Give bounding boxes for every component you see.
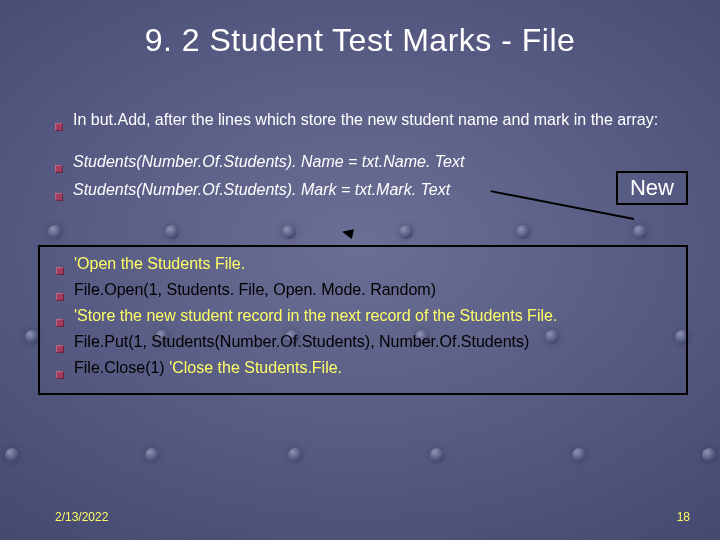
bullet-icon bbox=[55, 152, 73, 178]
slide-title: 9. 2 Student Test Marks - File bbox=[0, 0, 720, 59]
codebox-row-1: 'Open the Students File. bbox=[56, 255, 680, 279]
code-italic-2: Students(Number.Of.Students). Mark = txt… bbox=[73, 180, 690, 200]
codebox-row-3: 'Store the new student record in the nex… bbox=[56, 307, 680, 331]
codebox-row-2: File.Open(1, Students. File, Open. Mode.… bbox=[56, 281, 680, 305]
codebox-line-4: File.Put(1, Students(Number.Of.Students)… bbox=[74, 333, 680, 351]
code-box: 'Open the Students File. File.Open(1, St… bbox=[38, 245, 688, 395]
footer-page: 18 bbox=[677, 510, 690, 524]
footer-date: 2/13/2022 bbox=[55, 510, 108, 524]
code-italic-1: Students(Number.Of.Students). Name = txt… bbox=[73, 152, 690, 172]
code-italic-row-1: Students(Number.Of.Students). Name = txt… bbox=[55, 152, 690, 178]
arrow-head-icon bbox=[341, 227, 354, 239]
codebox-line-1: 'Open the Students File. bbox=[74, 255, 680, 273]
codebox-row-5: File.Close(1) 'Close the Students.File. bbox=[56, 359, 680, 383]
codebox-line-5b: 'Close the Students.File. bbox=[169, 359, 342, 376]
footer: 2/13/2022 18 bbox=[55, 510, 690, 524]
codebox-line-2: File.Open(1, Students. File, Open. Mode.… bbox=[74, 281, 680, 299]
bullet-icon bbox=[56, 307, 74, 331]
codebox-line-5: File.Close(1) 'Close the Students.File. bbox=[74, 359, 680, 377]
bullet-icon bbox=[56, 281, 74, 305]
bullet-icon bbox=[55, 180, 73, 206]
new-label-box: New bbox=[616, 171, 688, 205]
intro-row: In but.Add, after the lines which store … bbox=[55, 110, 690, 136]
bullet-icon bbox=[56, 333, 74, 357]
bullet-icon bbox=[56, 255, 74, 279]
code-italic-row-2: Students(Number.Of.Students). Mark = txt… bbox=[55, 180, 690, 206]
codebox-row-4: File.Put(1, Students(Number.Of.Students)… bbox=[56, 333, 680, 357]
bullet-icon bbox=[56, 359, 74, 383]
bullet-icon bbox=[55, 110, 73, 136]
codebox-line-5a: File.Close(1) bbox=[74, 359, 169, 376]
codebox-line-3: 'Store the new student record in the nex… bbox=[74, 307, 680, 325]
intro-text: In but.Add, after the lines which store … bbox=[73, 110, 690, 130]
